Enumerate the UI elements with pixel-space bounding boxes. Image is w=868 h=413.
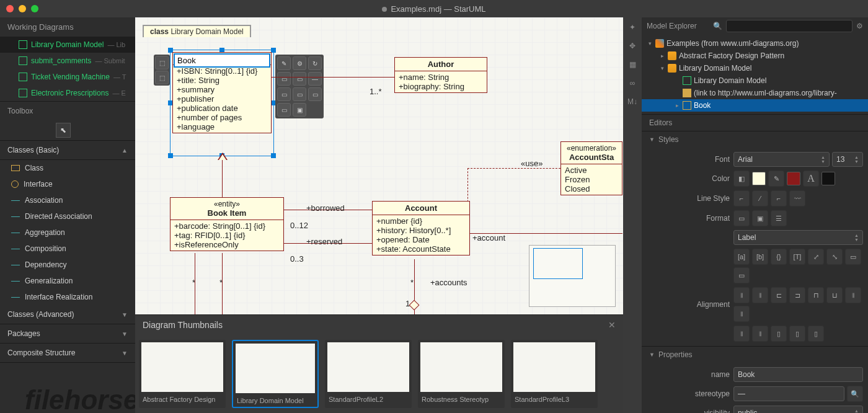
toolbox-section[interactable]: Classes (Basic)▲	[0, 141, 135, 160]
quick-btn[interactable]: ▭	[293, 72, 306, 86]
fill-tool-icon[interactable]: ◧	[733, 171, 750, 187]
format-btn[interactable]: ☰	[771, 210, 787, 226]
close-icon[interactable]: ✕	[608, 320, 616, 330]
thumbnail[interactable]: Library Domain Model	[232, 340, 319, 408]
gear-icon[interactable]: ⚙	[856, 22, 863, 30]
quick-btn[interactable]: ✎	[277, 56, 291, 70]
tree-node[interactable]: ▸Book	[642, 99, 868, 112]
format-btn[interactable]: ▭	[733, 210, 750, 226]
tree-node[interactable]: ▾Examples (from www.uml-diagrams.org)	[642, 37, 868, 50]
quick-btn[interactable]: ▣	[293, 103, 306, 117]
tree-node[interactable]: ▾Library Domain Model	[642, 62, 868, 74]
quick-btn[interactable]: —	[308, 72, 322, 86]
thumbnail[interactable]: Robustness Stereotyp	[418, 340, 505, 408]
align-btn[interactable]: ⊏	[771, 287, 787, 303]
quick-btn[interactable]: ▭	[277, 72, 291, 86]
class-account[interactable]: Account +number {id} +history: History[0…	[372, 201, 470, 255]
linestyle-btn[interactable]: ⌐	[733, 190, 750, 206]
font-size-select[interactable]: 13▲▼	[832, 152, 863, 167]
markdown-icon[interactable]: M↓	[626, 95, 639, 108]
quick-btn[interactable]: ⚙	[293, 56, 306, 70]
minimap[interactable]	[529, 245, 616, 307]
tool-directed-association[interactable]: Directed Association	[0, 208, 135, 224]
line-tool-icon[interactable]: ✎	[768, 171, 784, 187]
format-opt-btn[interactable]: [T]	[789, 249, 805, 265]
text-swatch[interactable]	[822, 172, 835, 185]
dist-btn[interactable]: ▯	[789, 326, 805, 342]
align-btn[interactable]: ⫴	[845, 287, 861, 303]
tool-dependency[interactable]: Dependency	[0, 257, 135, 273]
prop-visibility-select[interactable]: public▲▼	[733, 406, 863, 413]
linestyle-btn[interactable]: ∕	[752, 190, 768, 206]
search-input[interactable]	[726, 20, 852, 32]
thumbnail[interactable]: StandardProfileL2	[325, 340, 412, 408]
tool-class[interactable]: Class	[0, 160, 135, 176]
tool-generalization[interactable]: Generalization	[0, 273, 135, 289]
format-opt-btn[interactable]: ⤡	[826, 249, 843, 265]
quick-btn[interactable]: ↻	[308, 56, 322, 70]
format-select[interactable]: Label▲▼	[733, 230, 863, 245]
format-opt-btn[interactable]: ▭	[845, 249, 861, 265]
diagram-item[interactable]: submit_comments — Submit	[0, 53, 135, 69]
class-author[interactable]: Author +name: String +biography: String	[394, 57, 487, 93]
tree-node[interactable]: (link to http://www.uml-diagrams.org/lib…	[642, 87, 868, 99]
quick-btn[interactable]: ⬚	[155, 71, 169, 84]
linestyle-btn[interactable]: ⌐	[771, 190, 787, 206]
thumbnail[interactable]: Abstract Factory Design	[139, 340, 226, 408]
tool-composition[interactable]: Composition	[0, 241, 135, 257]
class-bookitem[interactable]: «entity»Book Item +barcode: String[0..1]…	[170, 197, 284, 251]
tool-interface[interactable]: Interface	[0, 176, 135, 192]
prop-name-input[interactable]: Book	[733, 367, 863, 382]
search-icon[interactable]: 🔍	[847, 386, 863, 402]
tree-node[interactable]: ▸Abstract Factory Design Pattern	[642, 50, 868, 62]
format-opt-btn[interactable]: [b]	[752, 249, 768, 265]
format-opt-btn[interactable]: ▭	[733, 267, 750, 283]
diagram-item[interactable]: Ticket Vending Machine — T	[0, 69, 135, 85]
tool-association[interactable]: Association	[0, 192, 135, 208]
linestyle-btn[interactable]: 〰	[789, 190, 805, 206]
align-btn[interactable]: ⫴	[752, 287, 768, 303]
toolbox-section[interactable]: Composite Structure▼	[0, 344, 135, 363]
format-btn[interactable]: ▣	[752, 210, 768, 226]
dist-btn[interactable]: ⫴	[752, 326, 768, 342]
format-opt-btn[interactable]: {}	[771, 249, 787, 265]
quick-btn[interactable]: ⬚	[155, 56, 169, 69]
toolbox-section[interactable]: Packages▼	[0, 324, 135, 344]
quick-btn[interactable]: ▭	[277, 87, 291, 101]
align-btn[interactable]: ⫴	[733, 306, 750, 322]
format-opt-btn[interactable]: ⤢	[808, 249, 824, 265]
dist-btn[interactable]: ▯	[808, 326, 824, 342]
quick-btn[interactable]: ▭	[293, 87, 306, 101]
enum-accountstate[interactable]: «enumeration»AccountSta Active Frozen Cl…	[560, 141, 622, 195]
extension-icon[interactable]: ✦	[626, 21, 639, 33]
properties-section[interactable]: ▼Properties	[642, 346, 868, 363]
align-btn[interactable]: ⊔	[826, 287, 843, 303]
dist-btn[interactable]: ▯	[771, 326, 787, 342]
prop-stereo-input[interactable]: —	[733, 386, 844, 401]
quick-btn[interactable]: ▭	[277, 103, 291, 117]
tool-interface-realization[interactable]: Interface Realization	[0, 289, 135, 305]
dist-btn[interactable]: ⫴	[733, 326, 750, 342]
align-btn[interactable]: ⫴	[733, 287, 750, 303]
tool-aggregation[interactable]: Aggregation	[0, 224, 135, 241]
align-btn[interactable]: ⊓	[808, 287, 824, 303]
thumbnail[interactable]: StandardProfileL3	[511, 340, 598, 408]
line-swatch[interactable]	[787, 172, 800, 185]
toolbox-section[interactable]: Classes (Advanced)▼	[0, 305, 135, 324]
move-icon[interactable]: ✥	[626, 40, 639, 52]
font-select[interactable]: Arial▲▼	[733, 152, 830, 167]
name-edit-input[interactable]: Book	[174, 53, 270, 68]
quick-btn[interactable]: ▭	[308, 87, 322, 101]
diagram-canvas[interactable]: class Library Domain Model +ISBN: String…	[135, 17, 623, 314]
grid-icon[interactable]: ▦	[626, 58, 639, 71]
styles-section[interactable]: ▼Styles	[642, 131, 868, 148]
text-tool-icon[interactable]: A	[803, 171, 819, 187]
fill-swatch[interactable]	[752, 172, 766, 185]
share-icon[interactable]: ∞	[626, 77, 639, 89]
pointer-tool[interactable]: ⬉	[56, 123, 71, 138]
diagram-item[interactable]: Electronic Prescriptions — E	[0, 85, 135, 101]
format-opt-btn[interactable]: [a]	[733, 249, 750, 265]
diagram-item[interactable]: Library Domain Model — Lib	[0, 37, 135, 53]
tree-node[interactable]: Library Domain Model	[642, 74, 868, 87]
align-btn[interactable]: ⊐	[789, 287, 805, 303]
